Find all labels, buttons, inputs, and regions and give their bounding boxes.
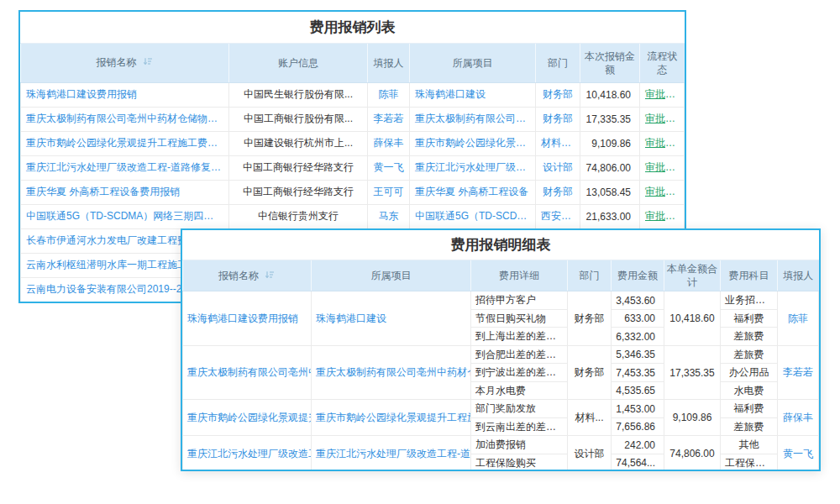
reimburse-name-link[interactable]: 重庆市鹅岭公园绿化景观提升工程 [183, 400, 312, 436]
status-link[interactable]: 审批通过 [640, 155, 685, 180]
dept-cell: 财务部 [568, 291, 612, 346]
total-amount-cell: 17,335.35 [664, 345, 721, 400]
project-link[interactable]: 重庆江北污水处理厂级改造工程-道路修复工 [312, 436, 471, 471]
subject-cell: 其他 [721, 436, 778, 454]
filler-link[interactable]: 陈菲 [778, 291, 819, 346]
detail-col-header-project: 所属项目 [312, 260, 471, 291]
dept-link[interactable]: 财务部 [536, 107, 580, 131]
filler-link[interactable]: 李若若 [778, 345, 819, 400]
dept-link[interactable]: 设计部 [536, 155, 580, 180]
list-row: 重庆华夏 外高桥工程设备费用报销 中国工商银行经华路支行 王可可 重庆华夏 外高… [21, 180, 685, 204]
account-cell: 中国民生银行股份有限... [229, 82, 368, 107]
list-col-header-dept: 部门 [536, 44, 580, 82]
filler-link[interactable]: 陈菲 [368, 82, 410, 107]
project-link[interactable]: 重庆江北污水处理厂级改造工... [410, 155, 536, 180]
expense-detail-cell: 加油费报销 [471, 436, 568, 454]
detail-row: 重庆江北污水处理厂级改造工程- 重庆江北污水处理厂级改造工程-道路修复工 加油费… [183, 436, 819, 454]
reimburse-name-link[interactable]: 中国联通5G（TD-SCDMA）网络三期四川工程费... [21, 204, 229, 228]
project-link[interactable]: 重庆市鹅岭公园绿化景观提升工程施工 [312, 400, 471, 436]
expense-detail-title: 费用报销明细表 [182, 230, 819, 260]
status-link[interactable]: 审批通过 [640, 131, 685, 155]
expense-detail-cell: 招待甲方客户 [471, 291, 568, 310]
reimburse-name-link[interactable]: 珠海鹤港口建设费用报销 [183, 291, 312, 346]
expense-detail-cell: 部门奖励发放 [471, 400, 568, 418]
detail-header-row: 报销名称 所属项目 费用详细 部门 费用金 [183, 260, 819, 291]
reimburse-name-link[interactable]: 重庆华夏 外高桥工程设备费用报销 [21, 180, 229, 204]
reimburse-name-link[interactable]: 重庆市鹅岭公园绿化景观提升工程施工费用报销 [21, 131, 229, 155]
project-link[interactable]: 珠海鹤港口建设 [410, 82, 536, 107]
detail-col-header-total: 本单金额合计 [664, 260, 721, 291]
detail-col-header-name-label: 报销名称 [218, 270, 259, 281]
amount-cell: 7,656.86 [612, 417, 664, 436]
expense-detail-cell: 工程保险购买 [471, 454, 568, 471]
project-link[interactable]: 重庆市鹅岭公园绿化景观提升... [410, 131, 536, 155]
reimburse-name-link[interactable]: 重庆江北污水处理厂级改造工程- [183, 436, 312, 471]
expense-list-title: 费用报销列表 [20, 12, 685, 44]
sort-icon[interactable] [265, 270, 275, 283]
status-link[interactable]: 审批通过 [640, 204, 685, 228]
dept-link[interactable]: 西安项目部 [536, 204, 580, 228]
expense-detail-cell: 到上海出差的差旅费 [471, 328, 568, 346]
subject-cell: 工程保险费 [721, 454, 778, 471]
status-link[interactable]: 审批通过 [640, 180, 685, 204]
subject-cell: 福利费 [721, 400, 778, 418]
filler-link[interactable]: 薛保丰 [368, 131, 410, 155]
dept-cell: 设计部 [568, 436, 612, 471]
expense-detail-cell: 到宁波出差的差旅费 [471, 364, 568, 382]
amount-cell: 3,453.60 [612, 291, 664, 310]
account-cell: 中国工商银行股份有限... [229, 107, 368, 131]
amount-cell: 242.00 [612, 436, 664, 454]
detail-col-header-filler: 填报人 [778, 260, 819, 291]
amount-cell: 10,418.60 [580, 82, 640, 107]
project-link[interactable]: 重庆太极制药有限公司亳州中... [410, 107, 536, 131]
list-col-header-name-label: 报销名称 [97, 56, 137, 68]
filler-link[interactable]: 薛保丰 [778, 400, 819, 436]
expense-detail-cell: 节假日购买礼物 [471, 309, 568, 328]
detail-col-header-dept: 部门 [568, 260, 612, 291]
account-cell: 中信银行贵州支行 [229, 204, 368, 228]
amount-cell: 21,633.00 [580, 204, 640, 228]
amount-cell: 17,335.35 [580, 107, 640, 131]
detail-row: 重庆太极制药有限公司亳州中药材 重庆太极制药有限公司亳州中药材仓储物流 到合肥出… [183, 345, 819, 364]
status-link[interactable]: 审批通过 [640, 82, 685, 107]
detail-row: 珠海鹤港口建设费用报销 珠海鹤港口建设 招待甲方客户 财务部 3,453.60 … [183, 291, 819, 310]
project-link[interactable]: 中国联通5G（TD-SCDMA）网... [410, 204, 536, 228]
project-link[interactable]: 重庆华夏 外高桥工程设备 [410, 180, 536, 204]
expense-detail-table: 报销名称 所属项目 费用详细 部门 费用金 [182, 260, 819, 471]
dept-link[interactable]: 财务部 [536, 180, 580, 204]
subject-cell: 水电费 [721, 381, 778, 400]
subject-cell: 业务招待费 [721, 291, 778, 310]
subject-cell: 差旅费 [721, 328, 778, 346]
expense-detail-cell: 到合肥出差的差旅费 [471, 345, 568, 364]
amount-cell: 5,346.35 [612, 345, 664, 364]
amount-cell: 4,535.65 [612, 381, 664, 400]
reimburse-name-link[interactable]: 重庆太极制药有限公司亳州中药材 [183, 345, 312, 400]
detail-col-header-subject: 费用科目 [721, 260, 778, 291]
filler-link[interactable]: 黄一飞 [778, 436, 819, 471]
dept-cell: 财务部 [568, 345, 612, 400]
detail-col-header-amount: 费用金额 [612, 260, 664, 291]
list-col-header-name[interactable]: 报销名称 [21, 44, 229, 82]
list-header-row: 报销名称 账户信息 填报人 所属项目 部门 [21, 44, 685, 82]
reimburse-name-link[interactable]: 珠海鹤港口建设费用报销 [21, 82, 229, 107]
filler-link[interactable]: 马东 [368, 204, 410, 228]
dept-link[interactable]: 财务部 [536, 82, 580, 107]
detail-col-header-name[interactable]: 报销名称 [183, 260, 312, 291]
filler-link[interactable]: 王可可 [368, 180, 410, 204]
account-cell: 中国工商银行经华路支行 [229, 155, 368, 180]
dept-link[interactable]: 材料采购 [536, 131, 580, 155]
reimburse-name-link[interactable]: 重庆江北污水处理厂级改造工程-道路修复工程费用... [21, 155, 229, 180]
status-link[interactable]: 审批通过 [640, 107, 685, 131]
filler-link[interactable]: 李若若 [368, 107, 410, 131]
list-row: 中国联通5G（TD-SCDMA）网络三期四川工程费... 中信银行贵州支行 马东… [21, 204, 685, 228]
sort-icon[interactable] [143, 56, 153, 70]
detail-row: 重庆市鹅岭公园绿化景观提升工程 重庆市鹅岭公园绿化景观提升工程施工 部门奖励发放… [183, 400, 819, 418]
project-link[interactable]: 珠海鹤港口建设 [312, 291, 471, 346]
list-row: 重庆江北污水处理厂级改造工程-道路修复工程费用... 中国工商银行经华路支行 黄… [21, 155, 685, 180]
filler-link[interactable]: 黄一飞 [368, 155, 410, 180]
project-link[interactable]: 重庆太极制药有限公司亳州中药材仓储物流 [312, 345, 471, 400]
dept-cell: 材料... [568, 400, 612, 436]
list-row: 重庆太极制药有限公司亳州中药材仓储物流基地项... 中国工商银行股份有限... … [21, 107, 685, 131]
account-cell: 中国工商银行经华路支行 [229, 180, 368, 204]
reimburse-name-link[interactable]: 重庆太极制药有限公司亳州中药材仓储物流基地项... [21, 107, 229, 131]
